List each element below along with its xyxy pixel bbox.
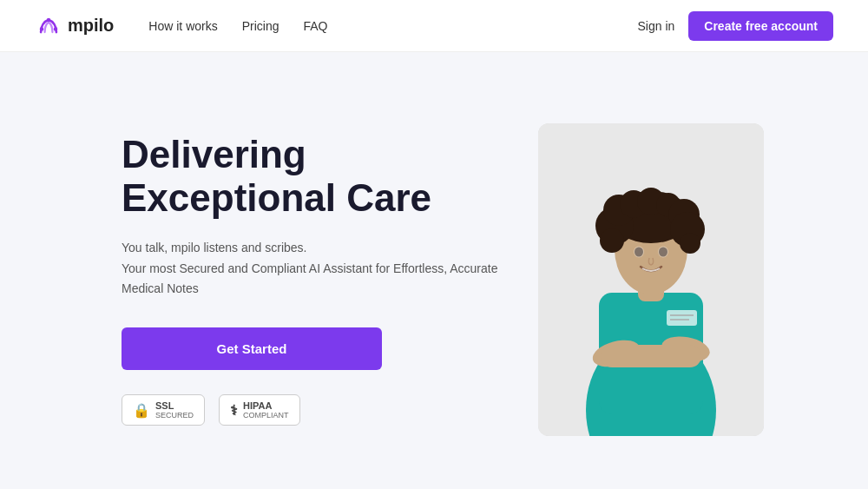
hipaa-badge-text: HIPAA COMPLIANT [243,400,289,420]
ssl-badge-text: SSL SECURED [155,400,194,420]
hero-subtitle-line1: You talk, mpilo listens and scribes. [122,241,306,254]
nav-item-faq[interactable]: FAQ [304,18,328,34]
hero-title-line2: Exceptional Care [122,176,431,219]
nav-item-pricing[interactable]: Pricing [242,18,279,34]
signin-button[interactable]: Sign in [637,19,674,33]
svg-rect-9 [601,345,701,367]
logo-text: mpilo [68,16,114,36]
svg-point-2 [54,27,57,30]
hero-subtitle-line3: Medical Notes [122,281,199,295]
hero-subtitle-line2: Your most Secured and Compliant AI Assis… [122,261,497,275]
nav-link-how-it-works[interactable]: How it works [148,19,217,33]
hipaa-main: HIPAA [243,400,272,411]
hipaa-sub: COMPLIANT [243,411,289,420]
svg-point-0 [40,27,43,30]
hipaa-icon: ⚕ [230,402,238,419]
navbar: mpilo How it works Pricing FAQ Sign in C… [0,0,868,52]
ssl-badge: 🔒 SSL SECURED [122,394,205,426]
hero-section: Delivering Exceptional Care You talk, mp… [0,52,868,489]
svg-point-24 [634,246,644,257]
svg-point-21 [680,233,700,254]
ssl-sub: SECURED [155,411,194,420]
doctor-svg [538,123,764,436]
hero-title: Delivering Exceptional Care [122,133,497,221]
nav-link-faq[interactable]: FAQ [304,19,328,33]
ssl-main: SSL [155,400,174,411]
create-account-button[interactable]: Create free account [688,11,833,41]
svg-point-1 [47,17,50,21]
hero-doctor-image [538,123,764,436]
nav-link-pricing[interactable]: Pricing [242,19,279,33]
navbar-right: Sign in Create free account [637,11,833,41]
svg-point-20 [600,228,624,253]
logo[interactable]: mpilo [35,12,114,40]
hero-title-line1: Delivering [122,133,306,175]
get-started-button[interactable]: Get Started [122,327,382,370]
logo-icon [35,12,62,40]
nav-links: How it works Pricing FAQ [148,18,327,34]
ssl-icon: 🔒 [133,402,150,419]
trust-badges: 🔒 SSL SECURED ⚕ HIPAA COMPLIANT [122,394,497,426]
nav-item-how-it-works[interactable]: How it works [148,18,217,34]
svg-point-25 [658,246,668,257]
hero-subtitle: You talk, mpilo listens and scribes. You… [122,238,497,300]
navbar-left: mpilo How it works Pricing FAQ [35,12,328,40]
hipaa-badge: ⚕ HIPAA COMPLIANT [219,394,300,426]
svg-rect-26 [667,310,697,326]
hero-content: Delivering Exceptional Care You talk, mp… [122,133,497,426]
